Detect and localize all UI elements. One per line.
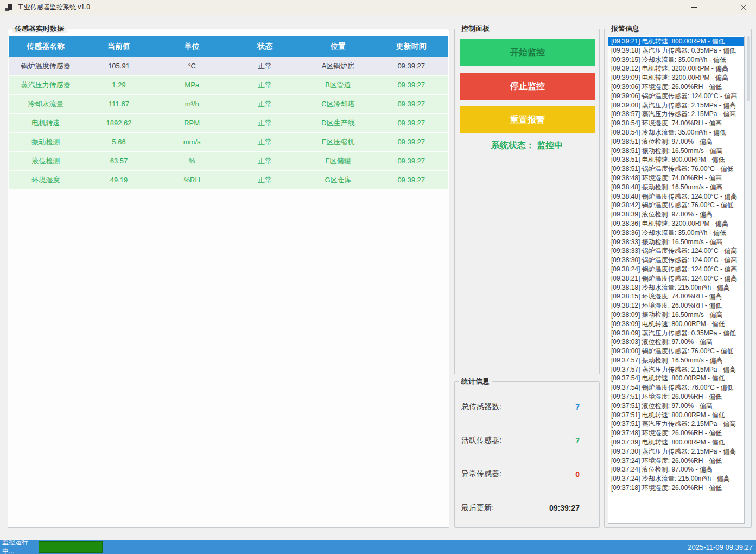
alarm-item[interactable]: [09:38:09] 电机转速: 800.00RPM - 偏低 <box>608 320 744 329</box>
alarm-item[interactable]: [09:38:48] 振动检测: 16.50mm/s - 偏高 <box>608 183 744 192</box>
table-cell-unit: °C <box>155 57 228 75</box>
statistics-panel: 统计信息 总传感器数: 7 活跃传感器: 7 异常传感器: 0 最后更新: 09… <box>454 381 600 528</box>
column-header-updated[interactable]: 更新时间 <box>374 36 448 57</box>
alarm-item[interactable]: [09:37:54] 锅炉温度传感器: 76.00°C - 偏低 <box>608 383 744 392</box>
close-button[interactable] <box>731 0 756 15</box>
alarm-item[interactable]: [09:38:54] 冷却水流量: 35.00m³/h - 偏低 <box>608 128 744 137</box>
alarm-item[interactable]: [09:38:09] 蒸汽压力传感器: 0.35MPa - 偏低 <box>608 329 744 338</box>
minimize-button[interactable] <box>681 0 706 15</box>
stat-value: 09:39:27 <box>549 504 580 512</box>
alarm-item[interactable]: [09:38:33] 锅炉温度传感器: 124.00°C - 偏高 <box>608 246 744 256</box>
alarm-item[interactable]: [09:37:51] 环境湿度: 26.00%RH - 偏低 <box>608 392 744 402</box>
table-cell-value: 105.91 <box>82 57 156 75</box>
alarm-item[interactable]: [09:38:51] 振动检测: 16.50mm/s - 偏高 <box>608 147 744 156</box>
stop-monitor-button[interactable]: 停止监控 <box>460 73 595 100</box>
alarm-item[interactable]: [09:38:42] 锅炉温度传感器: 76.00°C - 偏低 <box>608 201 744 210</box>
stat-label: 活跃传感器: <box>461 436 501 445</box>
window-controls <box>681 0 756 15</box>
alarm-item[interactable]: [09:37:51] 蒸汽压力传感器: 2.15MPa - 偏高 <box>608 419 744 429</box>
alarm-item[interactable]: [09:37:48] 环境湿度: 26.00%RH - 偏低 <box>608 429 744 438</box>
table-cell-updated: 09:39:27 <box>374 76 448 94</box>
table-row[interactable]: 蒸汽压力传感器1.29MPa正常B区管道09:39:27 <box>9 76 448 95</box>
statusbar: 监控运行中... 2025-11-09 09:39:27 <box>0 540 756 554</box>
alarm-item[interactable]: [09:39:15] 冷却水流量: 35.00m³/h - 偏低 <box>608 55 744 65</box>
table-cell-name: 锅炉温度传感器 <box>9 57 82 75</box>
statusbar-datetime: 2025-11-09 09:39:27 <box>688 543 756 551</box>
start-monitor-button[interactable]: 开始监控 <box>460 39 595 66</box>
alarm-item[interactable]: [09:38:09] 振动检测: 16.50mm/s - 偏高 <box>608 310 744 320</box>
table-row[interactable]: 电机转速1892.62RPM正常D区生产线09:39:27 <box>9 114 448 133</box>
table-row[interactable]: 锅炉温度传感器105.91°C正常A区锅炉房09:39:27 <box>9 57 448 76</box>
alarm-item[interactable]: [09:39:18] 蒸汽压力传感器: 0.35MPa - 偏低 <box>608 46 744 55</box>
alarm-item[interactable]: [09:37:18] 环境湿度: 26.00%RH - 偏低 <box>608 483 744 493</box>
table-cell-location: D区生产线 <box>302 114 375 132</box>
alarm-item[interactable]: [09:38:54] 环境湿度: 74.00%RH - 偏高 <box>608 119 744 128</box>
table-cell-value: 49.19 <box>82 171 156 189</box>
alarm-item[interactable]: [09:38:15] 环境湿度: 74.00%RH - 偏高 <box>608 292 744 301</box>
maximize-icon <box>716 5 721 10</box>
table-cell-status: 正常 <box>228 171 302 189</box>
alarm-item[interactable]: [09:39:12] 电机转速: 3200.00RPM - 偏高 <box>608 64 744 73</box>
alarm-item[interactable]: [09:38:18] 冷却水流量: 215.00m³/h - 偏高 <box>608 283 744 292</box>
alarm-item[interactable]: [09:38:30] 锅炉温度传感器: 124.00°C - 偏高 <box>608 256 744 265</box>
stat-label: 总传感器数: <box>461 402 501 412</box>
alarm-item[interactable]: [09:37:24] 环境湿度: 26.00%RH - 偏低 <box>608 456 744 466</box>
column-header-name[interactable]: 传感器名称 <box>9 36 82 57</box>
table-cell-updated: 09:39:27 <box>374 152 448 170</box>
table-cell-name: 环境湿度 <box>9 171 82 189</box>
alarm-item[interactable]: [09:39:00] 蒸汽压力传感器: 2.15MPa - 偏高 <box>608 101 744 110</box>
alarm-item[interactable]: [09:38:12] 环境湿度: 26.00%RH - 偏低 <box>608 301 744 310</box>
close-icon <box>740 4 747 11</box>
app-icon <box>5 4 13 11</box>
alarm-item[interactable]: [09:37:51] 电机转速: 800.00RPM - 偏低 <box>608 411 744 420</box>
alarm-item[interactable]: [09:38:51] 液位检测: 97.00% - 偏高 <box>608 137 744 147</box>
alarm-item[interactable]: [09:37:57] 振动检测: 16.50mm/s - 偏高 <box>608 356 744 365</box>
table-row[interactable]: 振动检测5.66mm/s正常E区压缩机09:39:27 <box>9 133 448 152</box>
stat-label: 最后更新: <box>461 503 494 513</box>
table-row[interactable]: 液位检测63.57%正常F区储罐09:39:27 <box>9 152 448 171</box>
alarm-item[interactable]: [09:38:36] 电机转速: 3200.00RPM - 偏高 <box>608 219 744 228</box>
sensor-table-body: 锅炉温度传感器105.91°C正常A区锅炉房09:39:27蒸汽压力传感器1.2… <box>9 57 448 190</box>
alarm-item[interactable]: [09:37:39] 电机转速: 800.00RPM - 偏低 <box>608 438 744 447</box>
alarm-item[interactable]: [09:37:24] 冷却水流量: 215.00m³/h - 偏高 <box>608 474 744 483</box>
alarm-item[interactable]: [09:38:33] 振动检测: 16.50mm/s - 偏高 <box>608 238 744 247</box>
alarm-item[interactable]: [09:38:21] 锅炉温度传感器: 124.00°C - 偏高 <box>608 274 744 283</box>
alarm-item[interactable]: [09:38:48] 环境湿度: 74.00%RH - 偏高 <box>608 174 744 183</box>
reset-alarm-button[interactable]: 重置报警 <box>460 106 595 133</box>
column-header-value[interactable]: 当前值 <box>82 36 156 57</box>
stat-value: 7 <box>575 403 580 411</box>
maximize-button[interactable] <box>706 0 731 15</box>
table-cell-unit: %RH <box>155 171 228 189</box>
monitor-progress-bar <box>39 541 103 553</box>
control-panel-title: 控制面板 <box>459 24 492 33</box>
table-row[interactable]: 冷却水流量111.67m³/h正常C区冷却塔09:39:27 <box>9 95 448 114</box>
alarm-list-scrollbar[interactable] <box>746 36 751 524</box>
alarm-item[interactable]: [09:37:57] 蒸汽压力传感器: 2.15MPa - 偏高 <box>608 365 744 374</box>
alarm-item[interactable]: [09:37:24] 液位检测: 97.00% - 偏高 <box>608 465 744 474</box>
column-header-unit[interactable]: 单位 <box>155 36 228 57</box>
alarm-item[interactable]: [09:37:30] 蒸汽压力传感器: 2.15MPa - 偏高 <box>608 447 744 456</box>
alarm-item[interactable]: [09:38:24] 锅炉温度传感器: 124.00°C - 偏高 <box>608 265 744 274</box>
scrollbar-thumb[interactable] <box>747 36 750 101</box>
alarm-item[interactable]: [09:38:57] 蒸汽压力传感器: 2.15MPa - 偏高 <box>608 110 744 119</box>
alarm-item[interactable]: [09:38:00] 锅炉温度传感器: 76.00°C - 偏低 <box>608 347 744 356</box>
alarm-item[interactable]: [09:38:39] 液位检测: 97.00% - 偏高 <box>608 210 744 219</box>
column-header-location[interactable]: 位置 <box>302 36 375 57</box>
alarm-item[interactable]: [09:37:51] 液位检测: 97.00% - 偏高 <box>608 402 744 411</box>
alarm-item[interactable]: [09:37:54] 电机转速: 800.00RPM - 偏低 <box>608 374 744 383</box>
alarm-item[interactable]: [09:39:06] 锅炉温度传感器: 124.00°C - 偏高 <box>608 92 744 101</box>
alarm-item[interactable]: [09:39:21] 电机转速: 800.00RPM - 偏低 <box>608 37 744 46</box>
alarm-item[interactable]: [09:38:51] 电机转速: 800.00RPM - 偏低 <box>608 155 744 164</box>
table-cell-status: 正常 <box>228 95 302 113</box>
table-cell-value: 63.57 <box>82 152 156 170</box>
alarm-item[interactable]: [09:38:03] 液位检测: 97.00% - 偏高 <box>608 338 744 347</box>
table-cell-updated: 09:39:27 <box>374 114 448 132</box>
alarm-item[interactable]: [09:39:09] 电机转速: 3200.00RPM - 偏高 <box>608 73 744 82</box>
alarm-item[interactable]: [09:38:36] 冷却水流量: 35.00m³/h - 偏低 <box>608 228 744 238</box>
table-cell-unit: % <box>155 152 228 170</box>
alarm-item[interactable]: [09:39:06] 环境湿度: 26.00%RH - 偏低 <box>608 82 744 92</box>
alarm-item[interactable]: [09:38:48] 锅炉温度传感器: 124.00°C - 偏高 <box>608 192 744 201</box>
table-row[interactable]: 环境湿度49.19%RH正常G区仓库09:39:27 <box>9 171 448 190</box>
column-header-status[interactable]: 状态 <box>228 36 302 57</box>
alarm-item[interactable]: [09:38:51] 锅炉温度传感器: 76.00°C - 偏低 <box>608 164 744 174</box>
